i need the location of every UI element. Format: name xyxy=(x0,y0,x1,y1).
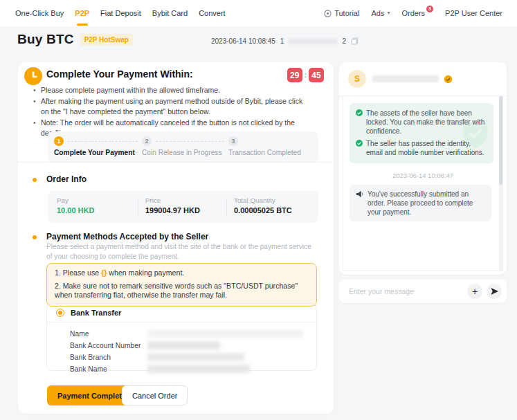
nav-item-p2p-user-center[interactable]: P2P User Center xyxy=(445,0,502,26)
payment-methods-subtitle: Please select a payment method and visit… xyxy=(46,242,316,262)
bank-transfer-header[interactable]: Bank Transfer xyxy=(47,304,316,322)
bank-branch-label: Bank Branch xyxy=(70,354,147,361)
ads-label: Ads xyxy=(371,0,384,26)
plus-icon: + xyxy=(472,286,478,296)
payment-timer: 29 : 45 xyxy=(287,68,324,82)
bank-detail-row: Bank Account Number xyxy=(70,340,307,351)
progress-steps: 1 2 3 Complete Your Payment Coin Release… xyxy=(48,131,318,163)
bank-transfer-card: Bank Transfer Name Bank Account Number B… xyxy=(46,303,317,371)
bank-detail-row: Bank Name xyxy=(70,363,307,374)
page-title: Buy BTC xyxy=(17,32,74,47)
check-circle-icon xyxy=(356,140,363,147)
seller-name-redacted xyxy=(372,75,439,82)
field-divider xyxy=(226,199,227,215)
redacted-value xyxy=(147,330,303,338)
redacted-value xyxy=(147,341,220,349)
section-dot-icon xyxy=(33,235,37,239)
instruction-item: Please complete payment within the allow… xyxy=(32,85,311,95)
nav-item-p2p[interactable]: P2P xyxy=(75,0,89,26)
tutorial-label: Tutorial xyxy=(334,0,359,26)
orders-label: Orders xyxy=(401,0,425,26)
hotswap-badge: P2P HotSwap xyxy=(80,34,133,46)
send-icon xyxy=(490,287,499,295)
section-dot-icon xyxy=(33,178,37,182)
nav-item-tutorial[interactable]: Tutorial xyxy=(324,0,359,26)
total-quantity-label: Total Quantity xyxy=(234,197,275,204)
payment-panel: Complete Your Payment Within: 29 : 45 Pl… xyxy=(18,62,334,414)
orders-count-badge: 3 xyxy=(426,6,433,12)
seller-notice-line-1: 1. Please use {} when making payment. xyxy=(55,268,309,278)
verified-badge-icon xyxy=(444,75,453,84)
order-meta: 2023-06-14 10:08:45 1 2 xyxy=(211,37,359,45)
bank-bankname-label: Bank Name xyxy=(70,365,147,373)
price-label: Price xyxy=(145,197,161,204)
bank-transfer-radio[interactable] xyxy=(56,309,64,317)
seller-row: S xyxy=(348,70,453,88)
step-connector xyxy=(156,141,224,142)
order-no-end: 2 xyxy=(342,37,346,45)
step-3-label: Transaction Completed xyxy=(228,149,301,156)
cancel-order-button[interactable]: Cancel Order xyxy=(122,385,188,405)
step-1-label: Complete Your Payment xyxy=(54,149,135,156)
safety-notice-item: The assets of the seller have been locke… xyxy=(356,109,487,136)
redacted-value xyxy=(147,353,244,361)
instruction-item: After making the payment using an paymen… xyxy=(32,96,311,117)
seller-notice-line-2: 2. Make sure not to remark sensitive wor… xyxy=(55,282,309,300)
copy-icon[interactable] xyxy=(351,37,359,45)
top-nav: One-Click Buy P2P Fiat Deposit Bybit Car… xyxy=(0,0,517,26)
seller-notice-box: 1. Please use {} when making payment. 2.… xyxy=(46,263,317,307)
pay-value: 10.00 HKD xyxy=(57,206,94,214)
timer-seconds: 45 xyxy=(309,68,324,82)
order-info-title: Order Info xyxy=(46,174,87,184)
pay-label: Pay xyxy=(57,197,69,204)
redacted-value xyxy=(147,365,250,373)
bank-detail-row: Bank Branch xyxy=(70,351,307,363)
nav-item-fiat-deposit[interactable]: Fiat Deposit xyxy=(100,0,141,26)
chat-panel: S The assets of the seller have been loc… xyxy=(339,62,507,275)
nav-left-group: One-Click Buy P2P Fiat Deposit Bybit Car… xyxy=(15,0,226,26)
step-3-circle: 3 xyxy=(228,136,238,146)
step-2-circle: 2 xyxy=(142,136,152,146)
total-quantity-value: 0.00005025 BTC xyxy=(234,206,292,214)
payment-deadline-title: Complete Your Payment Within: xyxy=(46,69,193,80)
section-divider xyxy=(18,162,334,163)
order-no-start: 1 xyxy=(280,37,284,45)
order-datetime: 2023-06-14 10:08:45 xyxy=(211,37,275,45)
check-circle-icon xyxy=(356,109,363,116)
bank-account-label: Bank Account Number xyxy=(70,342,147,349)
order-info-box: Pay 10.00 HKD Price 199004.97 HKD Total … xyxy=(48,191,318,223)
timer-minutes: 29 xyxy=(287,68,302,82)
bank-name-label: Name xyxy=(70,330,147,338)
page-header: Buy BTC P2P HotSwap xyxy=(17,32,133,47)
chat-scrollbar-thumb[interactable] xyxy=(499,96,502,185)
nav-item-ads[interactable]: Ads ▾ xyxy=(371,0,390,26)
nav-item-orders[interactable]: Orders 3 xyxy=(401,0,433,26)
nav-right-group: Tutorial Ads ▾ Orders 3 P2P User Center xyxy=(324,0,502,26)
chevron-down-icon: ▾ xyxy=(387,0,390,26)
message-input[interactable] xyxy=(349,287,463,295)
payment-methods-title: Payment Methods Accepted by the Seller xyxy=(46,232,208,241)
nav-item-one-click-buy[interactable]: One-Click Buy xyxy=(15,0,64,26)
timer-colon: : xyxy=(305,71,307,79)
safety-notice-box: The assets of the seller have been locke… xyxy=(350,103,493,163)
step-connector xyxy=(68,141,138,142)
step-2-label: Coin Release in Progress xyxy=(142,149,222,156)
chat-input-bar: + xyxy=(339,280,507,303)
safety-notice-item: The seller has passed the identity, emai… xyxy=(356,139,487,157)
price-value: 199004.97 HKD xyxy=(145,206,200,214)
order-no-redacted xyxy=(289,38,337,44)
chat-timestamp: 2023-06-14 10:08:47 xyxy=(343,172,502,179)
field-divider xyxy=(138,199,138,215)
system-message-bubble: You've successfully submitted an order. … xyxy=(350,185,491,221)
send-button[interactable] xyxy=(487,284,502,299)
attach-button[interactable]: + xyxy=(467,284,482,299)
megaphone-icon xyxy=(356,190,363,198)
bank-details: Name Bank Account Number Bank Branch Ban… xyxy=(47,322,316,374)
nav-item-convert[interactable]: Convert xyxy=(199,0,226,26)
nav-item-bybit-card[interactable]: Bybit Card xyxy=(152,0,188,26)
seller-avatar[interactable]: S xyxy=(348,70,366,88)
bank-detail-row: Name xyxy=(70,328,307,339)
bank-transfer-label: Bank Transfer xyxy=(71,309,121,317)
chat-message-area[interactable]: The assets of the seller have been locke… xyxy=(343,96,503,271)
tutorial-icon xyxy=(324,10,332,17)
